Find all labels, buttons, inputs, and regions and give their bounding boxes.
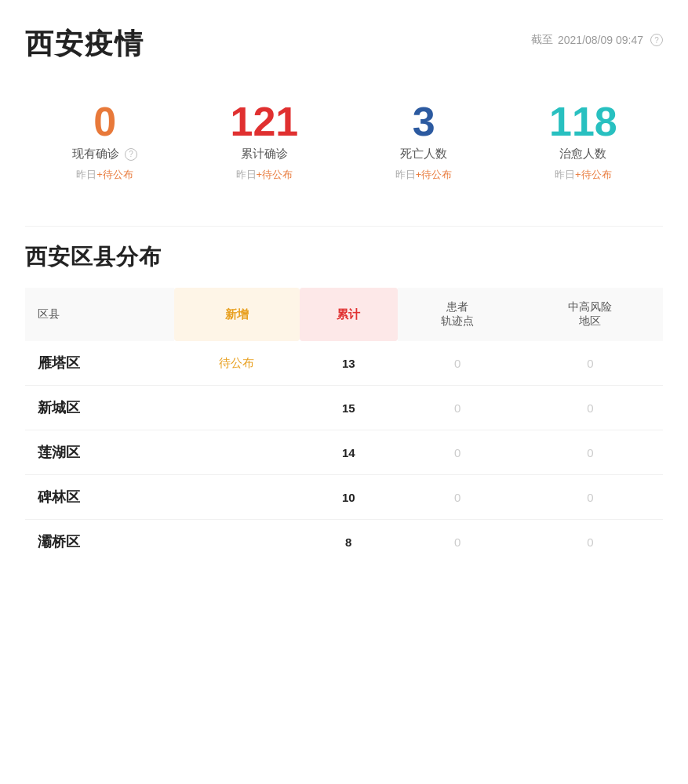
table-row: 灞桥区800 [25,520,663,564]
stat-sub-deaths: 昨日+待公布 [395,168,453,182]
td-new-cases [174,520,300,564]
stat-recovered: 118 治愈人数 昨日+待公布 [504,101,663,182]
th-total: 累计 [300,288,398,341]
td-new-cases [174,475,300,520]
table-row: 碑林区1000 [25,475,663,520]
section-divider [25,226,663,227]
table-row: 新城区1500 [25,386,663,430]
td-new-cases [174,430,300,475]
page-container: 西安疫情 截至 2021/08/09 09:47 ? 0 现有确诊 ? 昨日+待… [0,0,688,784]
th-district: 区县 [25,288,174,341]
td-district: 碑林区 [25,475,174,520]
district-section: 西安区县分布 区县 新增 累计 患者轨迹点 中高风险地区 雁塔区待公布1300新… [25,242,663,564]
td-total: 14 [300,430,398,475]
stat-current-confirmed: 0 现有确诊 ? 昨日+待公布 [25,101,184,182]
td-risk-area: 0 [518,520,663,564]
td-risk-area: 0 [518,341,663,386]
stat-label-row-current: 现有确诊 ? [72,147,137,162]
table-header-row: 区县 新增 累计 患者轨迹点 中高风险地区 [25,288,663,341]
stat-label-row-recovered: 治愈人数 [559,147,606,162]
stat-number-total-confirmed: 121 [230,101,298,142]
td-patient-track: 0 [398,430,518,475]
td-patient-track: 0 [398,386,518,430]
td-risk-area: 0 [518,386,663,430]
td-patient-track: 0 [398,475,518,520]
timestamp-help-icon[interactable]: ? [650,34,663,46]
stat-label-current-confirmed: 现有确诊 [72,147,119,162]
td-district: 雁塔区 [25,341,174,386]
stat-label-row-total: 累计确诊 [241,147,288,162]
th-risk-area: 中高风险地区 [518,288,663,341]
district-table: 区县 新增 累计 患者轨迹点 中高风险地区 雁塔区待公布1300新城区1500莲… [25,288,663,564]
stat-label-row-deaths: 死亡人数 [400,147,447,162]
td-risk-area: 0 [518,430,663,475]
td-patient-track: 0 [398,520,518,564]
td-new-cases: 待公布 [174,341,300,386]
table-row: 莲湖区1400 [25,430,663,475]
stat-number-deaths: 3 [413,101,435,142]
stat-sub-current-confirmed: 昨日+待公布 [76,168,133,182]
td-new-cases [174,386,300,430]
stat-label-deaths: 死亡人数 [400,147,447,162]
header-section: 西安疫情 截至 2021/08/09 09:47 ? [25,25,663,64]
td-total: 13 [300,341,398,386]
stat-label-total-confirmed: 累计确诊 [241,147,288,162]
timestamp-label: 截至 [531,33,553,47]
td-total: 15 [300,386,398,430]
stat-number-recovered: 118 [549,101,617,142]
td-patient-track: 0 [398,341,518,386]
stat-label-recovered: 治愈人数 [559,147,606,162]
th-new-cases: 新增 [174,288,300,341]
td-district: 新城区 [25,386,174,430]
stat-total-confirmed: 121 累计确诊 昨日+待公布 [184,101,344,182]
stat-deaths: 3 死亡人数 昨日+待公布 [344,101,504,182]
timestamp-value: 2021/08/09 09:47 [558,34,643,46]
current-confirmed-help-icon[interactable]: ? [125,148,137,161]
td-district: 灞桥区 [25,520,174,564]
stats-row: 0 现有确诊 ? 昨日+待公布 121 累计确诊 昨日+待公布 3 死亡人数 [25,85,663,198]
td-total: 8 [300,520,398,564]
timestamp-area: 截至 2021/08/09 09:47 ? [531,33,663,47]
td-risk-area: 0 [518,475,663,520]
th-patient-track: 患者轨迹点 [398,288,518,341]
stat-sub-total-confirmed: 昨日+待公布 [236,168,293,182]
table-row: 雁塔区待公布1300 [25,341,663,386]
td-total: 10 [300,475,398,520]
td-district: 莲湖区 [25,430,174,475]
stat-number-current-confirmed: 0 [93,101,116,142]
district-section-title: 西安区县分布 [25,242,663,272]
stat-sub-recovered: 昨日+待公布 [555,168,612,182]
page-title: 西安疫情 [25,25,144,64]
